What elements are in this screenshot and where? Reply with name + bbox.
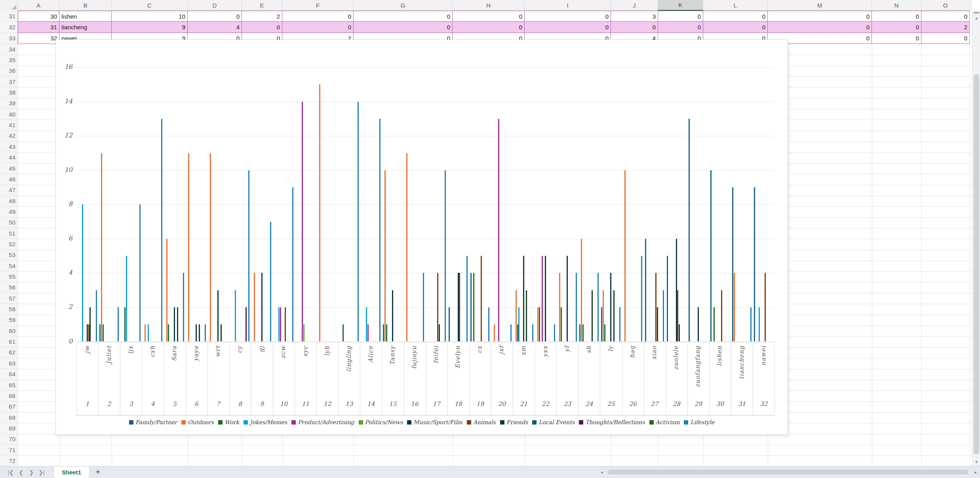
row-header-34[interactable]: 34 [0, 44, 18, 55]
row-header-45[interactable]: 45 [0, 163, 18, 174]
bar-Work-ly[interactable] [604, 324, 605, 341]
sheet-tab-active[interactable]: Sheet1 [54, 467, 89, 478]
bar-Outdoors-cxh[interactable] [145, 324, 146, 341]
row-header-51[interactable]: 51 [0, 228, 18, 239]
row-header-37[interactable]: 37 [0, 76, 18, 87]
bar-Product/Advertising-xyc[interactable] [302, 102, 303, 342]
row-header-48[interactable]: 48 [0, 196, 18, 206]
row-header-68[interactable]: 68 [0, 412, 18, 423]
legend-item-Music/Sport/Film[interactable]: Music/Sport/Film [407, 419, 462, 425]
bar-Outdoors-Juliet[interactable] [101, 153, 102, 342]
next-sheet-button[interactable]: ❯ [26, 469, 36, 476]
bar-Family/Partner-lishen[interactable] [710, 170, 712, 342]
row-header-71[interactable]: 71 [0, 445, 18, 455]
scroll-right-icon[interactable]: ▸ [974, 468, 977, 476]
bar-Music/Sport/Film-gj[interactable] [261, 273, 263, 341]
row-header-44[interactable]: 44 [0, 152, 18, 163]
bar-Friends-sh[interactable] [592, 290, 593, 342]
bar-Lifestyle-ljx[interactable] [139, 204, 141, 341]
column-header-J[interactable]: J [611, 0, 658, 11]
bar-Lifestyle-sh[interactable] [598, 273, 599, 341]
bar-Family/Partner-cx[interactable] [470, 273, 472, 341]
row-header-46[interactable]: 46 [0, 174, 18, 185]
bar-Music/Sport/Film-wrt[interactable] [217, 290, 219, 342]
vertical-scroll-thumb[interactable] [974, 74, 979, 454]
bar-Music/Sport/Film-Evelyn[interactable] [458, 273, 459, 341]
bar-Animals-lishen[interactable] [721, 290, 722, 342]
row-header-53[interactable]: 53 [0, 250, 18, 261]
bar-Family/Partner-ly[interactable] [601, 307, 602, 342]
bar-Product/Advertising-zcw[interactable] [280, 307, 281, 342]
bar-Jokes/Memes-nawei[interactable] [759, 307, 760, 342]
row-header-43[interactable]: 43 [0, 141, 18, 152]
prev-sheet-button[interactable]: ❮ [16, 469, 26, 476]
bar-Work-Juliet[interactable] [103, 324, 104, 341]
legend-item-Lifestyle[interactable]: Lifestyle [684, 419, 714, 425]
column-header-D[interactable]: D [188, 0, 242, 11]
cell-M31[interactable]: 0 [768, 11, 872, 22]
row-header-49[interactable]: 49 [0, 206, 18, 217]
bar-Outdoors-sh[interactable] [581, 239, 582, 342]
bar-Product/Advertising-jxf[interactable] [498, 119, 499, 342]
cell-D31[interactable]: 0 [188, 11, 242, 22]
bar-Outdoors-tiancheng[interactable] [734, 273, 735, 341]
bar-Jokes/Memes-ljx[interactable] [126, 256, 127, 341]
bar-Music/Sport/Film-xm[interactable] [523, 256, 524, 341]
bar-Jokes/Memes-cy[interactable] [235, 290, 236, 342]
row-header-39[interactable]: 39 [0, 98, 18, 109]
bar-Work-sh[interactable] [582, 324, 584, 341]
bar-Friends-xiao[interactable] [657, 307, 658, 342]
row-header-32[interactable]: 32 [0, 22, 18, 33]
bar-Outdoors-Tansy[interactable] [384, 170, 386, 342]
bar-Work-yf[interactable] [561, 307, 562, 342]
column-header-A[interactable]: A [18, 0, 59, 11]
row-header-57[interactable]: 57 [0, 293, 18, 304]
cell-H31[interactable]: 0 [453, 11, 525, 22]
bar-Politics/News-xyc[interactable] [303, 324, 304, 341]
bar-Friends-jw[interactable] [89, 307, 91, 342]
scroll-up-icon[interactable]: ▴ [972, 14, 980, 21]
bar-Lifestyle-zcw[interactable] [292, 187, 293, 341]
scroll-left-icon[interactable]: ◂ [601, 468, 603, 476]
bar-Animals-feifei[interactable] [437, 273, 438, 341]
bar-Jokes/Memes-cxh[interactable] [148, 324, 149, 341]
vertical-scrollbar[interactable]: ▴ ▾ [972, 11, 980, 466]
cell-H32[interactable]: 0 [453, 22, 525, 33]
bar-Lifestyle-feifei[interactable] [445, 170, 446, 342]
row-header-55[interactable]: 55 [0, 271, 18, 282]
row-header-50[interactable]: 50 [0, 217, 18, 228]
bar-Music/Sport/Film-zuolele[interactable] [676, 239, 677, 342]
cell-J32[interactable]: 0 [611, 22, 658, 33]
row-header-60[interactable]: 60 [0, 326, 18, 336]
bar-Work-xm[interactable] [517, 324, 518, 341]
row-header-58[interactable]: 58 [0, 304, 18, 314]
column-header-M[interactable]: M [768, 0, 872, 11]
bar-Lifestyle-haq[interactable] [641, 256, 642, 341]
cell-J31[interactable]: 3 [611, 11, 658, 22]
bar-Product/Advertising-Alice[interactable] [367, 324, 369, 341]
row-header-52[interactable]: 52 [0, 239, 18, 249]
row-header-54[interactable]: 54 [0, 261, 18, 271]
row-header-38[interactable]: 38 [0, 87, 18, 98]
column-header-H[interactable]: H [453, 0, 525, 11]
column-header-E[interactable]: E [242, 0, 282, 11]
cell-L32[interactable]: 0 [703, 22, 768, 33]
cell-C32[interactable]: 9 [112, 22, 188, 33]
bar-Friends-ly[interactable] [613, 290, 615, 342]
bar-Outdoors-jxf[interactable] [494, 324, 495, 341]
cell-N32[interactable]: 0 [872, 22, 921, 33]
legend-item-Jokes/Memes[interactable]: Jokes/Memes [244, 419, 287, 425]
cell-A32[interactable]: 31 [18, 22, 59, 33]
bar-Outdoors-lyh[interactable] [319, 84, 320, 341]
bar-Outdoors-xm[interactable] [516, 290, 517, 342]
row-header-69[interactable]: 69 [0, 423, 18, 434]
row-header-70[interactable]: 70 [0, 434, 18, 445]
cell-B31[interactable]: lishen [59, 11, 112, 22]
legend-item-Family/Partner[interactable]: Family/Partner [129, 419, 177, 425]
split-handle-icon[interactable] [974, 12, 979, 13]
legend-item-Activism[interactable]: Activism [649, 419, 680, 425]
row-header-42[interactable]: 42 [0, 131, 18, 141]
bar-Lifestyle-cy[interactable] [248, 170, 249, 342]
row-header-63[interactable]: 63 [0, 358, 18, 369]
bar-Thoughts/Reflections-cy[interactable] [245, 307, 247, 342]
